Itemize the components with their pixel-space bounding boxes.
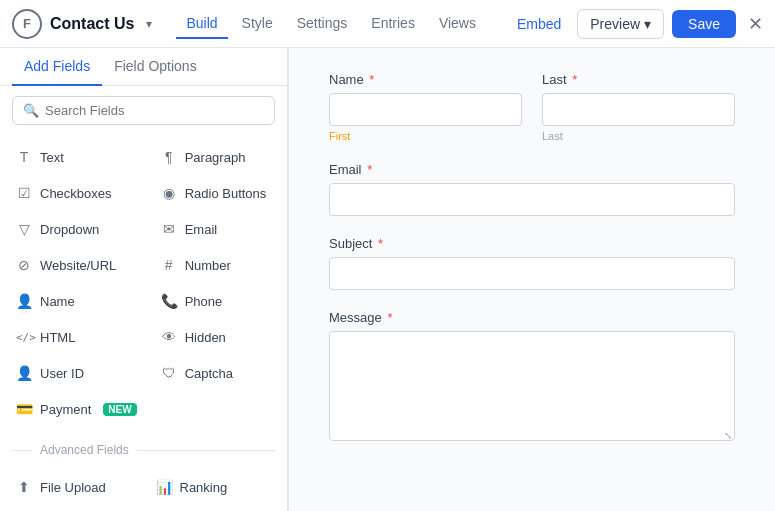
name-row: Name * First Last * Last	[329, 72, 735, 142]
field-userid[interactable]: 👤 User ID	[4, 355, 149, 391]
last-sublabel: Last	[542, 130, 735, 142]
checkboxes-icon: ☑	[16, 185, 32, 201]
header: F Contact Us ▾ Build Style Settings Entr…	[0, 0, 775, 48]
fields-grid: T Text ¶ Paragraph ☑ Checkboxes ◉ Radio …	[0, 135, 287, 431]
radio-icon: ◉	[161, 185, 177, 201]
first-name-required: *	[369, 72, 374, 87]
field-hidden[interactable]: 👁 Hidden	[149, 319, 283, 355]
number-icon: #	[161, 257, 177, 273]
form-canvas: Name * First Last * Last Email *	[289, 48, 775, 511]
name-icon: 👤	[16, 293, 32, 309]
email-input[interactable]	[329, 183, 735, 216]
paragraph-icon: ¶	[161, 149, 177, 165]
sidebar: Add Fields Field Options 🔍 T Text ¶ Para…	[0, 48, 288, 511]
title-chevron-icon[interactable]: ▾	[146, 17, 152, 31]
message-group: Message * ⤡	[329, 310, 735, 444]
field-captcha-label: Captcha	[185, 366, 233, 381]
last-name-required: *	[572, 72, 577, 87]
tab-add-fields[interactable]: Add Fields	[12, 48, 102, 86]
email-required: *	[367, 162, 372, 177]
save-button[interactable]: Save	[672, 10, 736, 38]
field-paragraph-label: Paragraph	[185, 150, 246, 165]
email-label: Email *	[329, 162, 735, 177]
userid-icon: 👤	[16, 365, 32, 381]
field-html[interactable]: </> HTML	[4, 319, 149, 355]
field-website-label: Website/URL	[40, 258, 116, 273]
nav-style[interactable]: Style	[232, 9, 283, 39]
app-title: Contact Us	[50, 15, 134, 33]
field-captcha[interactable]: 🛡 Captcha	[149, 355, 283, 391]
field-email[interactable]: ✉ Email	[149, 211, 283, 247]
field-radio[interactable]: ◉ Radio Buttons	[149, 175, 283, 211]
nav-entries[interactable]: Entries	[361, 9, 425, 39]
preview-button[interactable]: Preview ▾	[577, 9, 664, 39]
field-checkboxes[interactable]: ☑ Checkboxes	[4, 175, 149, 211]
field-website[interactable]: ⊘ Website/URL	[4, 247, 149, 283]
field-file-upload[interactable]: ⬆ File Upload	[4, 469, 144, 505]
nav-views[interactable]: Views	[429, 9, 486, 39]
subject-label: Subject *	[329, 236, 735, 251]
field-name-label: Name	[40, 294, 75, 309]
field-paragraph[interactable]: ¶ Paragraph	[149, 139, 283, 175]
nav-settings[interactable]: Settings	[287, 9, 358, 39]
nav-build[interactable]: Build	[176, 9, 227, 39]
message-row: Message * ⤡	[329, 310, 735, 444]
dropdown-icon: ▽	[16, 221, 32, 237]
field-hidden-label: Hidden	[185, 330, 226, 345]
message-required: *	[387, 310, 392, 325]
subject-input[interactable]	[329, 257, 735, 290]
advanced-section-divider: Advanced Fields	[0, 435, 287, 465]
search-icon: 🔍	[23, 103, 39, 118]
captcha-icon: 🛡	[161, 365, 177, 381]
resize-handle-icon: ⤡	[724, 430, 732, 441]
field-number-label: Number	[185, 258, 231, 273]
website-icon: ⊘	[16, 257, 32, 273]
main-layout: Add Fields Field Options 🔍 T Text ¶ Para…	[0, 48, 775, 511]
header-actions: Embed Preview ▾ Save ✕	[509, 9, 763, 39]
field-dropdown[interactable]: ▽ Dropdown	[4, 211, 149, 247]
advanced-section-label: Advanced Fields	[40, 443, 129, 457]
phone-icon: 📞	[161, 293, 177, 309]
field-phone-label: Phone	[185, 294, 223, 309]
email-icon: ✉	[161, 221, 177, 237]
field-email-label: Email	[185, 222, 218, 237]
subject-required: *	[378, 236, 383, 251]
subject-group: Subject *	[329, 236, 735, 290]
embed-button[interactable]: Embed	[509, 12, 569, 36]
logo-icon: F	[12, 9, 42, 39]
last-name-label: Last *	[542, 72, 735, 87]
tab-field-options[interactable]: Field Options	[102, 48, 208, 86]
hidden-icon: 👁	[161, 329, 177, 345]
field-text[interactable]: T Text	[4, 139, 149, 175]
field-number[interactable]: # Number	[149, 247, 283, 283]
field-userid-label: User ID	[40, 366, 84, 381]
email-group: Email *	[329, 162, 735, 216]
field-payment-label: Payment	[40, 402, 91, 417]
search-input[interactable]	[45, 103, 264, 118]
payment-icon: 💳	[16, 401, 32, 417]
ranking-icon: 📊	[156, 479, 172, 495]
field-file-upload-label: File Upload	[40, 480, 106, 495]
first-name-group: Name * First	[329, 72, 522, 142]
new-badge: NEW	[103, 403, 136, 416]
field-name[interactable]: 👤 Name	[4, 283, 149, 319]
message-textarea[interactable]	[329, 331, 735, 441]
first-name-input[interactable]	[329, 93, 522, 126]
field-dropdown-label: Dropdown	[40, 222, 99, 237]
last-name-input[interactable]	[542, 93, 735, 126]
field-ranking[interactable]: 📊 Ranking	[144, 469, 284, 505]
field-radio-label: Radio Buttons	[185, 186, 267, 201]
text-icon: T	[16, 149, 32, 165]
close-icon[interactable]: ✕	[748, 13, 763, 35]
first-name-label: Name *	[329, 72, 522, 87]
field-phone[interactable]: 📞 Phone	[149, 283, 283, 319]
subject-row: Subject *	[329, 236, 735, 290]
search-box: 🔍	[12, 96, 275, 125]
message-label: Message *	[329, 310, 735, 325]
first-sublabel: First	[329, 130, 522, 142]
last-name-group: Last * Last	[542, 72, 735, 142]
field-text-label: Text	[40, 150, 64, 165]
email-row: Email *	[329, 162, 735, 216]
field-payment[interactable]: 💳 Payment NEW	[4, 391, 149, 427]
field-ranking-label: Ranking	[180, 480, 228, 495]
